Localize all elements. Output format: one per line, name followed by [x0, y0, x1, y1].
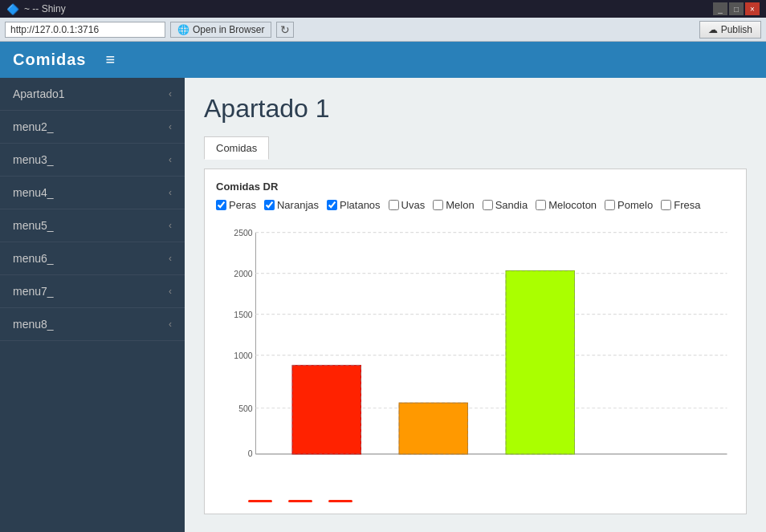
- bar-platanos: [506, 270, 575, 453]
- checkbox-label-naranjas: Naranjas: [277, 199, 319, 211]
- checkbox-fresa[interactable]: Fresa: [661, 199, 700, 211]
- checkbox-input-naranjas[interactable]: [264, 200, 275, 210]
- checkbox-input-melocoton[interactable]: [536, 200, 546, 210]
- bar-chart: 2500 2000 1500 1000 500 0: [216, 224, 735, 497]
- checkbox-peras[interactable]: Peras: [216, 199, 256, 211]
- refresh-button[interactable]: ↻: [276, 22, 294, 38]
- checkbox-input-fresa[interactable]: [661, 200, 671, 210]
- sidebar: Apartado1‹menu2_‹menu3_‹menu4_‹menu5_‹me…: [0, 78, 185, 532]
- sidebar-item-menu2[interactable]: menu2_‹: [0, 111, 185, 144]
- main-layout: Apartado1‹menu2_‹menu3_‹menu4_‹menu5_‹me…: [0, 78, 766, 532]
- sidebar-item-menu4[interactable]: menu4_‹: [0, 177, 185, 209]
- tab-comidas[interactable]: Comidas: [204, 136, 269, 160]
- top-navbar: Comidas ≡: [0, 42, 766, 78]
- open-in-browser-button[interactable]: 🌐 Open in Browser: [170, 22, 271, 38]
- globe-icon: 🌐: [177, 24, 189, 35]
- publish-icon: ☁: [708, 24, 718, 35]
- svg-text:1500: 1500: [234, 309, 252, 319]
- chart-section-label: Comidas DR: [216, 181, 735, 193]
- legend-line-naranjas: [288, 500, 312, 502]
- sidebar-item-label: menu4_: [13, 186, 54, 199]
- url-input[interactable]: [5, 22, 165, 38]
- sidebar-item-label: Apartado1: [13, 87, 65, 100]
- close-button[interactable]: ×: [745, 2, 760, 15]
- chevron-icon: ‹: [169, 88, 172, 99]
- sidebar-item-menu6[interactable]: menu6_‹: [0, 242, 185, 275]
- maximize-button[interactable]: □: [729, 2, 744, 15]
- checkbox-uvas[interactable]: Uvas: [389, 199, 426, 211]
- checkbox-melocoton[interactable]: Melocoton: [536, 199, 597, 211]
- checkbox-melon[interactable]: Melon: [433, 199, 474, 211]
- svg-text:0: 0: [248, 449, 253, 459]
- chevron-icon: ‹: [169, 286, 172, 297]
- checkbox-label-melocoton: Melocoton: [548, 199, 597, 211]
- sidebar-item-menu8[interactable]: menu8_‹: [0, 308, 185, 341]
- svg-text:2000: 2000: [234, 268, 252, 278]
- legend-naranjas: [288, 500, 312, 502]
- checkboxes-row: PerasNaranjasPlatanosUvasMelonSandiaMelo…: [216, 199, 735, 211]
- checkbox-label-melon: Melon: [446, 199, 474, 211]
- sidebar-item-label: menu8_: [13, 318, 54, 331]
- checkbox-naranjas[interactable]: Naranjas: [264, 199, 319, 211]
- page-title: Apartado 1: [204, 94, 747, 124]
- legend-line-platanos: [328, 500, 352, 502]
- svg-text:1000: 1000: [234, 350, 252, 360]
- content-area: Apartado 1 Comidas Comidas DR PerasNaran…: [185, 78, 766, 532]
- checkbox-input-melon[interactable]: [433, 200, 443, 210]
- checkbox-input-uvas[interactable]: [389, 200, 399, 210]
- sidebar-item-label: menu3_: [13, 153, 54, 166]
- chevron-icon: ‹: [169, 220, 172, 231]
- legend-platanos: [328, 500, 352, 502]
- address-bar: 🌐 Open in Browser ↻ ☁ Publish: [0, 18, 766, 42]
- legend-peras: [248, 500, 272, 502]
- tabs-container: Comidas: [204, 136, 747, 159]
- chevron-icon: ‹: [169, 121, 172, 132]
- checkbox-label-uvas: Uvas: [401, 199, 426, 211]
- checkbox-input-peras[interactable]: [216, 200, 226, 210]
- bar-naranjas: [399, 403, 468, 454]
- app-title: Comidas: [13, 51, 86, 69]
- checkbox-platanos[interactable]: Platanos: [327, 199, 381, 211]
- sidebar-item-menu3[interactable]: menu3_‹: [0, 144, 185, 177]
- checkbox-input-pomelo[interactable]: [605, 200, 615, 210]
- svg-text:500: 500: [238, 403, 252, 413]
- sidebar-item-label: menu6_: [13, 252, 54, 265]
- sidebar-item-apartado1[interactable]: Apartado1‹: [0, 78, 185, 111]
- checkbox-label-sandia: Sandia: [495, 199, 528, 211]
- sidebar-item-menu5[interactable]: menu5_‹: [0, 209, 185, 242]
- legend-line-peras: [248, 500, 272, 502]
- chevron-icon: ‹: [169, 253, 172, 264]
- checkbox-label-pomelo: Pomelo: [617, 199, 653, 211]
- chart-container: 2500 2000 1500 1000 500 0: [216, 224, 735, 497]
- title-bar: 🔷 ~ -- Shiny _ □ ×: [0, 0, 766, 18]
- hamburger-menu-button[interactable]: ≡: [105, 51, 115, 69]
- checkbox-pomelo[interactable]: Pomelo: [605, 199, 653, 211]
- sidebar-item-menu7[interactable]: menu7_‹: [0, 275, 185, 308]
- publish-button[interactable]: ☁ Publish: [699, 21, 761, 39]
- checkbox-label-peras: Peras: [229, 199, 256, 211]
- chevron-icon: ‹: [169, 154, 172, 165]
- chevron-icon: ‹: [169, 319, 172, 330]
- legend-area: [216, 500, 735, 502]
- sidebar-item-label: menu5_: [13, 219, 54, 232]
- checkbox-label-platanos: Platanos: [340, 199, 381, 211]
- sidebar-item-label: menu7_: [13, 285, 54, 298]
- checkbox-input-sandia[interactable]: [483, 200, 493, 210]
- tab-content: Comidas DR PerasNaranjasPlatanosUvasMelo…: [204, 169, 747, 514]
- app-icon: 🔷: [6, 3, 19, 15]
- window-controls[interactable]: _ □ ×: [713, 2, 760, 15]
- checkbox-sandia[interactable]: Sandia: [483, 199, 528, 211]
- minimize-button[interactable]: _: [713, 2, 727, 15]
- title-text: ~ -- Shiny: [24, 3, 66, 14]
- checkbox-label-fresa: Fresa: [674, 199, 700, 211]
- svg-text:2500: 2500: [234, 227, 252, 238]
- sidebar-item-label: menu2_: [13, 120, 54, 133]
- bar-peras: [292, 365, 361, 454]
- app-container: Comidas ≡ Apartado1‹menu2_‹menu3_‹menu4_…: [0, 42, 766, 532]
- chevron-icon: ‹: [169, 187, 172, 198]
- checkbox-input-platanos[interactable]: [327, 200, 337, 210]
